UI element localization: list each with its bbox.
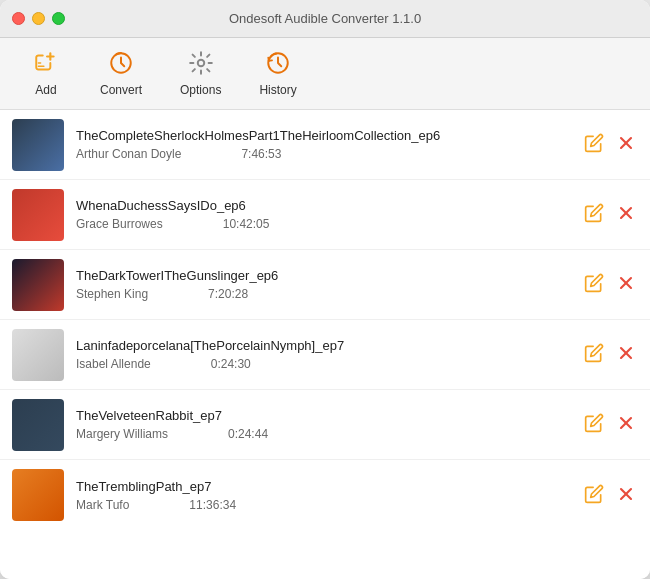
item-title: TheVelveteenRabbit_ep7 (76, 408, 570, 423)
edit-button[interactable] (582, 201, 606, 228)
history-button[interactable]: History (245, 44, 310, 103)
item-author: Mark Tufo (76, 498, 129, 512)
delete-button[interactable] (614, 482, 638, 509)
edit-button[interactable] (582, 411, 606, 438)
item-author: Stephen King (76, 287, 148, 301)
items-container: TheCompleteSherlockHolmesPart1TheHeirloo… (0, 110, 650, 530)
delete-button[interactable] (614, 341, 638, 368)
svg-point-1 (197, 60, 204, 67)
book-thumbnail (12, 329, 64, 381)
add-label: Add (35, 83, 56, 97)
delete-button[interactable] (614, 131, 638, 158)
toolbar: Add Convert Options (0, 38, 650, 110)
item-duration: 11:36:34 (189, 498, 236, 512)
add-icon (33, 50, 59, 80)
close-button[interactable] (12, 12, 25, 25)
title-bar: Ondesoft Audible Converter 1.1.0 (0, 0, 650, 38)
item-author: Arthur Conan Doyle (76, 147, 181, 161)
list-item: TheDarkTowerITheGunslinger_ep6 Stephen K… (0, 250, 650, 320)
item-info: WhenaDuchessSaysIDo_ep6 Grace Burrowes 1… (64, 198, 582, 231)
options-icon (188, 50, 214, 80)
item-meta: Grace Burrowes 10:42:05 (76, 217, 570, 231)
options-label: Options (180, 83, 221, 97)
item-info: TheDarkTowerITheGunslinger_ep6 Stephen K… (64, 268, 582, 301)
convert-button[interactable]: Convert (86, 44, 156, 103)
list-item: Laninfadeporcelana[ThePorcelainNymph]_ep… (0, 320, 650, 390)
traffic-lights (12, 12, 65, 25)
item-actions (582, 271, 638, 298)
item-meta: Arthur Conan Doyle 7:46:53 (76, 147, 570, 161)
edit-button[interactable] (582, 482, 606, 509)
item-info: TheCompleteSherlockHolmesPart1TheHeirloo… (64, 128, 582, 161)
item-info: TheTremblingPath_ep7 Mark Tufo 11:36:34 (64, 479, 582, 512)
item-title: TheCompleteSherlockHolmesPart1TheHeirloo… (76, 128, 570, 143)
app-window: Ondesoft Audible Converter 1.1.0 Add (0, 0, 650, 579)
maximize-button[interactable] (52, 12, 65, 25)
item-info: Laninfadeporcelana[ThePorcelainNymph]_ep… (64, 338, 582, 371)
item-duration: 10:42:05 (223, 217, 270, 231)
item-author: Grace Burrowes (76, 217, 163, 231)
add-button[interactable]: Add (16, 44, 76, 103)
item-duration: 0:24:44 (228, 427, 268, 441)
item-actions (582, 411, 638, 438)
book-thumbnail (12, 259, 64, 311)
minimize-button[interactable] (32, 12, 45, 25)
item-meta: Stephen King 7:20:28 (76, 287, 570, 301)
book-thumbnail (12, 189, 64, 241)
book-thumbnail (12, 119, 64, 171)
delete-button[interactable] (614, 201, 638, 228)
item-duration: 0:24:30 (211, 357, 251, 371)
list-item: WhenaDuchessSaysIDo_ep6 Grace Burrowes 1… (0, 180, 650, 250)
item-title: TheTremblingPath_ep7 (76, 479, 570, 494)
item-actions (582, 341, 638, 368)
list-item: TheVelveteenRabbit_ep7 Margery Williams … (0, 390, 650, 460)
edit-button[interactable] (582, 341, 606, 368)
item-author: Isabel Allende (76, 357, 151, 371)
item-actions (582, 201, 638, 228)
edit-button[interactable] (582, 271, 606, 298)
item-meta: Isabel Allende 0:24:30 (76, 357, 570, 371)
book-thumbnail (12, 469, 64, 521)
convert-label: Convert (100, 83, 142, 97)
list-item: TheCompleteSherlockHolmesPart1TheHeirloo… (0, 110, 650, 180)
book-thumbnail (12, 399, 64, 451)
item-info: TheVelveteenRabbit_ep7 Margery Williams … (64, 408, 582, 441)
item-actions (582, 131, 638, 158)
options-button[interactable]: Options (166, 44, 235, 103)
item-author: Margery Williams (76, 427, 168, 441)
item-duration: 7:46:53 (241, 147, 281, 161)
item-meta: Margery Williams 0:24:44 (76, 427, 570, 441)
list-item: TheTremblingPath_ep7 Mark Tufo 11:36:34 (0, 460, 650, 530)
window-title: Ondesoft Audible Converter 1.1.0 (229, 11, 421, 26)
edit-button[interactable] (582, 131, 606, 158)
item-duration: 7:20:28 (208, 287, 248, 301)
delete-button[interactable] (614, 411, 638, 438)
convert-icon (108, 50, 134, 80)
history-label: History (259, 83, 296, 97)
item-title: WhenaDuchessSaysIDo_ep6 (76, 198, 570, 213)
delete-button[interactable] (614, 271, 638, 298)
item-title: TheDarkTowerITheGunslinger_ep6 (76, 268, 570, 283)
item-actions (582, 482, 638, 509)
history-icon (265, 50, 291, 80)
item-meta: Mark Tufo 11:36:34 (76, 498, 570, 512)
item-title: Laninfadeporcelana[ThePorcelainNymph]_ep… (76, 338, 570, 353)
content-list: TheCompleteSherlockHolmesPart1TheHeirloo… (0, 110, 650, 579)
